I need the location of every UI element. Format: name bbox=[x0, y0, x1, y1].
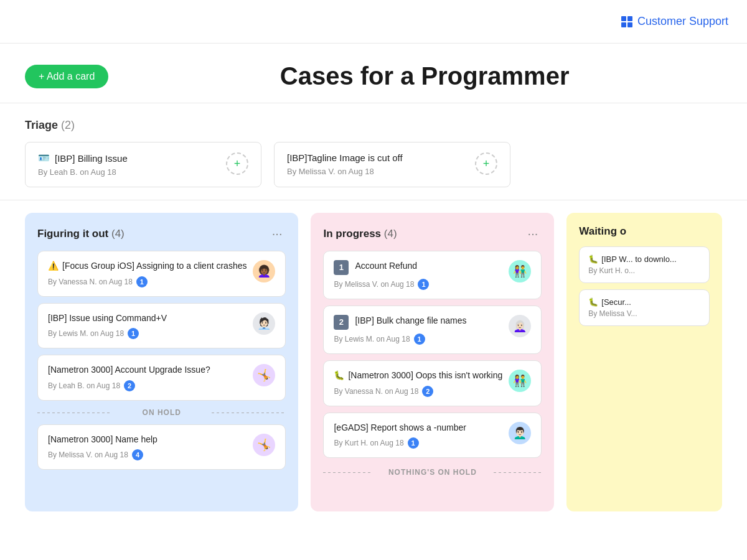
task-card[interactable]: 1 Account Refund By Melissa V. on Aug 18… bbox=[323, 251, 542, 299]
triage-card[interactable]: [IBP]Tagline Image is cut off By Melissa… bbox=[274, 142, 510, 187]
task-card-title: [eGADS] Report shows a -number bbox=[334, 422, 502, 434]
page-header: + Add a card Cases for a Programmer bbox=[0, 44, 747, 103]
task-card-body: 🐛 [Nametron 3000] Oops this isn't workin… bbox=[334, 370, 502, 397]
avatar: 👫 bbox=[509, 260, 531, 282]
triage-cards-list: 🪪 [IBP] Billing Issue By Leah B. on Aug … bbox=[25, 142, 722, 187]
task-card-body: ⚠️ [Focus Group iOS] Assigning to a clie… bbox=[48, 260, 247, 287]
task-card[interactable]: [eGADS] Report shows a -number By Kurt H… bbox=[323, 413, 542, 459]
task-card-meta: By Kurt H. on Aug 18 1 bbox=[334, 437, 502, 449]
comment-badge: 2 bbox=[124, 380, 135, 391]
column-more-button[interactable]: ··· bbox=[524, 225, 542, 242]
task-card-title: [IBP] Issue using Command+V bbox=[48, 312, 247, 325]
avatar: 👫 bbox=[509, 370, 531, 392]
column-in-progress: In progress (4) ··· 1 Account Refund By … bbox=[311, 213, 554, 511]
priority-number: 1 bbox=[334, 260, 349, 275]
task-card-body: [Nametron 3000] Account Upgrade Issue? B… bbox=[48, 364, 247, 391]
avatar: 🤸 bbox=[253, 434, 275, 456]
task-card-title: 🐛 [Secur... bbox=[588, 297, 700, 307]
triage-card-meta: By Leah B. on Aug 18 bbox=[38, 167, 128, 177]
task-card-body: 1 Account Refund By Melissa V. on Aug 18… bbox=[334, 260, 502, 290]
task-card-meta: By Lewis M. on Aug 18 1 bbox=[334, 334, 502, 345]
assign-button[interactable]: + bbox=[226, 152, 248, 175]
task-card[interactable]: [Nametron 3000] Account Upgrade Issue? B… bbox=[37, 355, 286, 401]
triage-section: Triage (2) 🪪 [IBP] Billing Issue By Leah… bbox=[0, 103, 747, 200]
grid-icon bbox=[621, 16, 632, 27]
task-card-meta: By Melissa V. on Aug 18 1 bbox=[334, 279, 502, 290]
triage-card-content: 🪪 [IBP] Billing Issue By Leah B. on Aug … bbox=[38, 152, 128, 177]
nothing-on-hold: NOTHING'S ON HOLD bbox=[323, 468, 542, 477]
triage-count: (2) bbox=[61, 119, 75, 131]
triage-label: Triage bbox=[25, 119, 58, 131]
column-title: Figuring it out (4) bbox=[37, 228, 125, 240]
column-header: In progress (4) ··· bbox=[323, 225, 542, 242]
comment-badge: 1 bbox=[128, 328, 139, 339]
task-card-meta: By Melissa V... bbox=[588, 309, 700, 318]
task-card-title: ⚠️ [Focus Group iOS] Assigning to a clie… bbox=[48, 260, 247, 273]
top-navigation: Customer Support bbox=[0, 0, 747, 44]
warning-icon: ⚠️ bbox=[48, 260, 59, 273]
task-card-meta: By Lewis M. on Aug 18 1 bbox=[48, 328, 247, 339]
task-card-title: 1 Account Refund bbox=[334, 260, 502, 275]
page-title: Cases for a Programmer bbox=[127, 62, 722, 90]
task-card-meta: By Kurt H. o... bbox=[588, 266, 700, 275]
bug-icon: 🐛 bbox=[588, 254, 598, 264]
task-card-body: [eGADS] Report shows a -number By Kurt H… bbox=[334, 422, 502, 449]
task-card-title: [Nametron 3000] Name help bbox=[48, 434, 247, 446]
main-content: + Add a card Cases for a Programmer Tria… bbox=[0, 44, 747, 560]
add-card-button[interactable]: + Add a card bbox=[25, 65, 108, 88]
triage-card-content: [IBP]Tagline Image is cut off By Melissa… bbox=[287, 152, 403, 176]
task-card-title: 🐛 [IBP W... to downlo... bbox=[588, 254, 700, 264]
comment-badge: 1 bbox=[408, 437, 419, 449]
task-card-meta: By Vanessa N. on Aug 18 2 bbox=[334, 386, 502, 397]
column-more-button[interactable]: ··· bbox=[268, 225, 286, 242]
comment-badge: 1 bbox=[414, 334, 425, 345]
task-card-meta: By Melissa V. on Aug 18 4 bbox=[48, 449, 247, 460]
triage-card-title: [IBP]Tagline Image is cut off bbox=[287, 152, 403, 163]
avatar: 👨🏻‍🦱 bbox=[509, 422, 531, 444]
avatar: 🧑🏻‍💼 bbox=[253, 312, 275, 335]
column-title: Waiting o bbox=[579, 225, 626, 238]
task-card-body: [Nametron 3000] Name help By Melissa V. … bbox=[48, 434, 247, 461]
column-header: Waiting o bbox=[579, 225, 710, 238]
task-card-body: [IBP] Issue using Command+V By Lewis M. … bbox=[48, 312, 247, 340]
bug-icon: 🐛 bbox=[334, 370, 344, 382]
task-card-title: [Nametron 3000] Account Upgrade Issue? bbox=[48, 364, 247, 376]
triage-card-title: 🪪 [IBP] Billing Issue bbox=[38, 152, 128, 164]
task-card-body: 2 [IBP] Bulk change file names By Lewis … bbox=[334, 315, 502, 345]
comment-badge: 1 bbox=[136, 276, 148, 287]
comment-badge: 1 bbox=[418, 279, 429, 290]
avatar: 👩🏻‍🦳 bbox=[509, 315, 531, 337]
column-figuring-it-out: Figuring it out (4) ··· ⚠️ [Focus Group … bbox=[25, 213, 298, 511]
task-card[interactable]: 2 [IBP] Bulk change file names By Lewis … bbox=[323, 306, 542, 354]
task-card[interactable]: ⚠️ [Focus Group iOS] Assigning to a clie… bbox=[37, 251, 286, 297]
task-card[interactable]: 🐛 [Secur... By Melissa V... bbox=[579, 289, 710, 326]
comment-badge: 4 bbox=[132, 449, 143, 460]
priority-number: 2 bbox=[334, 315, 349, 330]
task-card-meta: By Vanessa N. on Aug 18 1 bbox=[48, 276, 247, 287]
billing-icon: 🪪 bbox=[38, 152, 50, 164]
task-card-on-hold[interactable]: [Nametron 3000] Name help By Melissa V. … bbox=[37, 424, 286, 470]
avatar: 👩🏾‍🦱 bbox=[253, 260, 275, 282]
task-card[interactable]: 🐛 [IBP W... to downlo... By Kurt H. o... bbox=[579, 246, 710, 283]
task-card-title: 2 [IBP] Bulk change file names bbox=[334, 315, 502, 330]
customer-support-link[interactable]: Customer Support bbox=[621, 15, 728, 28]
columns-area: Figuring it out (4) ··· ⚠️ [Focus Group … bbox=[0, 200, 747, 524]
assign-button[interactable]: + bbox=[475, 152, 497, 175]
task-card-title: 🐛 [Nametron 3000] Oops this isn't workin… bbox=[334, 370, 502, 382]
bug-icon: 🐛 bbox=[588, 297, 598, 307]
column-title: In progress (4) bbox=[323, 228, 397, 240]
comment-badge: 2 bbox=[422, 386, 433, 397]
add-card-label: + Add a card bbox=[39, 71, 95, 82]
triage-card-meta: By Melissa V. on Aug 18 bbox=[287, 167, 403, 176]
task-card[interactable]: [IBP] Issue using Command+V By Lewis M. … bbox=[37, 303, 286, 349]
on-hold-divider: ON HOLD bbox=[37, 408, 286, 417]
task-card[interactable]: 🐛 [Nametron 3000] Oops this isn't workin… bbox=[323, 360, 542, 406]
column-waiting-on: Waiting o 🐛 [IBP W... to downlo... By Ku… bbox=[566, 213, 722, 511]
triage-card[interactable]: 🪪 [IBP] Billing Issue By Leah B. on Aug … bbox=[25, 142, 261, 187]
column-header: Figuring it out (4) ··· bbox=[37, 225, 286, 242]
avatar: 🤸 bbox=[253, 364, 275, 386]
task-card-meta: By Leah B. on Aug 18 2 bbox=[48, 380, 247, 391]
triage-section-title: Triage (2) bbox=[25, 119, 722, 132]
customer-support-label: Customer Support bbox=[637, 15, 728, 28]
